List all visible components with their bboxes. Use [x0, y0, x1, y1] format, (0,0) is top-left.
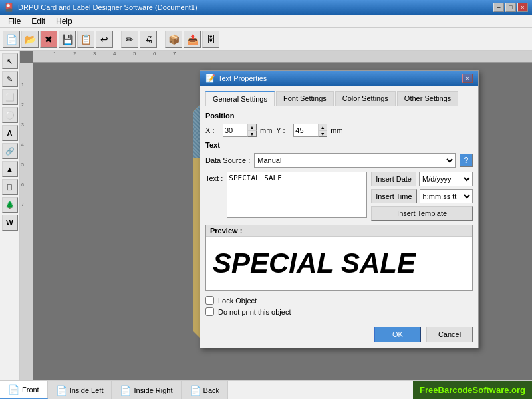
tb-edit[interactable]: ✏	[121, 31, 138, 48]
y-label: Y :	[276, 126, 289, 134]
tab-inside-right[interactable]: 📄 Inside Right	[112, 381, 181, 399]
tab-inside-left-label: Inside Left	[70, 386, 104, 394]
y-input[interactable]	[294, 126, 318, 134]
dialog-body: General Settings Font Settings Color Set…	[200, 86, 478, 324]
tb-open[interactable]: 📂	[21, 31, 39, 48]
insert-date-button[interactable]: Insert Date	[371, 172, 416, 186]
tool-shape[interactable]: ▲	[2, 161, 18, 177]
toolbar: 📄 📂 ✖ 💾 📋 ↩ ✏ 🖨 📦 📤 🗄	[0, 28, 532, 51]
tool-select[interactable]: ↖	[2, 53, 18, 69]
date-format-select[interactable]: M/d/yyyy MM/dd/yyyy dd/MM/yyyy	[419, 172, 473, 186]
tb-export[interactable]: 📤	[184, 31, 201, 48]
insert-template-button[interactable]: Insert Template	[371, 206, 473, 221]
no-print-checkbox[interactable]	[205, 307, 214, 316]
maximize-button[interactable]: □	[505, 3, 516, 12]
tb-db[interactable]: 🗄	[202, 31, 219, 48]
dialog-overlay: 📝 Text Properties × General Settings Fon…	[20, 51, 532, 380]
minimize-button[interactable]: –	[493, 3, 504, 12]
insert-date-row: Insert Date M/d/yyyy MM/dd/yyyy dd/MM/yy…	[371, 172, 473, 186]
tb-close[interactable]: ✖	[40, 31, 57, 48]
tb-new[interactable]: 📄	[3, 31, 20, 48]
no-print-label: Do not print this object	[218, 308, 291, 316]
tb-save2[interactable]: 📋	[77, 31, 94, 48]
menu-help[interactable]: Help	[51, 15, 78, 27]
dialog-close-button[interactable]: ×	[462, 74, 473, 83]
data-source-label: Data Source :	[205, 156, 250, 164]
tab-font-settings[interactable]: Font Settings	[276, 91, 334, 106]
tab-front[interactable]: 📄 Front	[0, 381, 48, 399]
brand-label: FreeBarcodeSoftware.org	[413, 381, 532, 399]
text-input-container: SPECIAL SALE	[227, 172, 367, 221]
tool-rect[interactable]: ⬜	[2, 89, 18, 105]
status-bar: 📄 Front 📄 Inside Left 📄 Inside Right 📄 B…	[0, 380, 532, 399]
canvas-area: 1 2 3 4 5 6 7 1 2 3 4 5 6 7	[20, 51, 532, 380]
tab-inside-left-icon: 📄	[56, 385, 67, 396]
text-insert-buttons: Insert Date M/d/yyyy MM/dd/yyyy dd/MM/yy…	[371, 172, 473, 221]
tb-undo[interactable]: ↩	[96, 31, 113, 48]
tab-other-settings[interactable]: Other Settings	[397, 91, 458, 106]
tool-draw[interactable]: ✎	[2, 71, 18, 87]
insert-time-button[interactable]: Insert Time	[371, 189, 416, 203]
position-row: X : ▲ ▼ mm Y :	[205, 124, 473, 137]
time-format-select[interactable]: h:mm:ss tt HH:mm:ss	[420, 189, 473, 203]
x-label: X :	[205, 126, 219, 134]
preview-label: Preview :	[206, 225, 472, 237]
no-print-row: Do not print this object	[205, 307, 473, 316]
help-button[interactable]: ?	[460, 154, 473, 167]
tab-general-settings[interactable]: General Settings	[205, 91, 275, 106]
tab-back-label: Back	[203, 386, 219, 394]
tb-save[interactable]: 💾	[59, 31, 76, 48]
x-spin-up[interactable]: ▲	[247, 124, 257, 130]
x-input[interactable]	[223, 126, 247, 134]
y-spinbox[interactable]: ▲ ▼	[293, 124, 327, 137]
tab-front-icon: 📄	[8, 384, 19, 395]
tool-barcode[interactable]: ⎕	[2, 179, 18, 195]
tool-w[interactable]: W	[2, 215, 18, 231]
tab-back[interactable]: 📄 Back	[182, 381, 228, 399]
menu-bar: File Edit Help	[0, 15, 532, 28]
tool-ellipse[interactable]: ⚪	[2, 107, 18, 123]
tb-print[interactable]: 🖨	[140, 31, 157, 48]
ok-button[interactable]: OK	[374, 327, 421, 342]
tab-front-label: Front	[22, 386, 39, 394]
text-textarea[interactable]: SPECIAL SALE	[227, 172, 367, 218]
dialog-title-text: Text Properties	[218, 74, 267, 82]
tab-bar: General Settings Font Settings Color Set…	[205, 91, 473, 106]
cancel-button[interactable]: Cancel	[426, 327, 473, 342]
title-bar: 🎴 DRPU Card and Label Designer Software …	[0, 0, 532, 15]
tool-image[interactable]: 🌲	[2, 197, 18, 213]
lock-object-label: Lock Object	[218, 297, 257, 305]
y-spin-up[interactable]: ▲	[318, 124, 327, 130]
tab-inside-right-label: Inside Right	[134, 386, 172, 394]
menu-edit[interactable]: Edit	[26, 15, 51, 27]
text-field-label: Text :	[205, 174, 223, 221]
position-section-label: Position	[205, 112, 473, 120]
menu-file[interactable]: File	[3, 15, 26, 27]
tab-color-settings[interactable]: Color Settings	[335, 91, 396, 106]
tab-inside-left[interactable]: 📄 Inside Left	[48, 381, 112, 399]
window-controls: – □ ×	[493, 3, 528, 12]
close-button[interactable]: ×	[517, 3, 528, 12]
text-section-label: Text	[205, 141, 473, 149]
window-title: DRPU Card and Label Designer Software (D…	[18, 3, 198, 11]
tool-link[interactable]: 🔗	[2, 143, 18, 159]
left-toolbar: ↖ ✎ ⬜ ⚪ A 🔗 ▲ ⎕ 🌲 W	[0, 51, 20, 380]
text-properties-dialog: 📝 Text Properties × General Settings Fon…	[200, 70, 479, 348]
tb-import[interactable]: 📦	[165, 31, 182, 48]
tb-sep2	[160, 31, 162, 47]
y-unit: mm	[331, 126, 342, 134]
y-spin-down[interactable]: ▼	[318, 130, 327, 137]
x-spin-down[interactable]: ▼	[247, 130, 257, 137]
data-source-row: Data Source : Manual Database Sequential…	[205, 153, 473, 168]
lock-object-row: Lock Object	[205, 296, 473, 305]
preview-content: SPECIAL SALE	[206, 237, 472, 290]
x-spinbox[interactable]: ▲ ▼	[223, 124, 256, 137]
preview-section: Preview : SPECIAL SALE	[205, 225, 473, 291]
y-spin-controls: ▲ ▼	[318, 124, 327, 137]
data-source-select[interactable]: Manual Database Sequential	[254, 153, 456, 168]
tab-inside-right-icon: 📄	[120, 385, 131, 396]
lock-object-checkbox[interactable]	[205, 296, 214, 305]
text-area-row: Text : SPECIAL SALE Insert Date M/d/yyyy…	[205, 172, 473, 221]
tool-text[interactable]: A	[2, 125, 18, 141]
tab-back-icon: 📄	[190, 385, 201, 396]
